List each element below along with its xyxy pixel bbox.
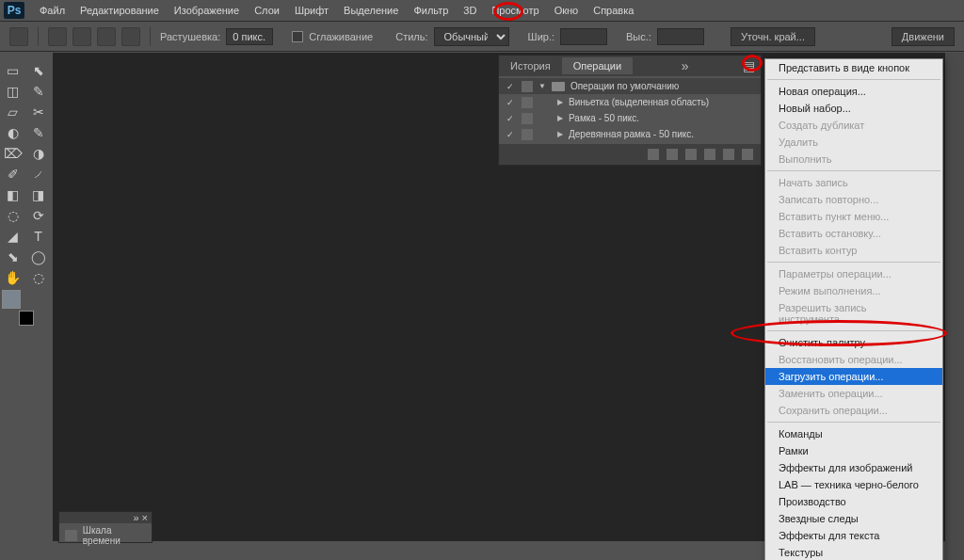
trash-icon[interactable] bbox=[742, 149, 753, 160]
record-icon[interactable] bbox=[667, 149, 678, 160]
disclosure-icon[interactable]: ▼ bbox=[538, 82, 546, 90]
tab-history[interactable]: История bbox=[499, 57, 562, 74]
menu-шрифт[interactable]: Шрифт bbox=[287, 2, 336, 19]
menu-выделение[interactable]: Выделение bbox=[336, 2, 406, 19]
tool-icon[interactable]: ◧ bbox=[0, 184, 25, 205]
ctx-item: Разрешить запись инструмента bbox=[765, 299, 942, 328]
tool-preset-icon[interactable] bbox=[9, 27, 28, 46]
play-icon[interactable] bbox=[685, 149, 697, 160]
tool-icon[interactable]: ◑ bbox=[25, 143, 51, 164]
style-select[interactable]: Обычный bbox=[434, 27, 509, 46]
selection-new-icon[interactable] bbox=[48, 27, 67, 46]
panel-menu-icon[interactable]: ▤ bbox=[737, 58, 761, 73]
tool-icon[interactable]: ◨ bbox=[25, 184, 51, 205]
new-action-icon[interactable] bbox=[723, 149, 734, 160]
ctx-item[interactable]: Эффекты для изображений bbox=[765, 459, 942, 476]
feather-input[interactable] bbox=[226, 28, 273, 45]
selection-add-icon[interactable] bbox=[72, 27, 91, 46]
tool-icon[interactable]: ✋ bbox=[0, 267, 25, 288]
selection-subtract-icon[interactable] bbox=[97, 27, 116, 46]
action-label[interactable]: Рамка - 50 пикс. bbox=[569, 113, 639, 123]
ctx-item[interactable]: Производство bbox=[765, 493, 942, 510]
menu-файл[interactable]: Файл bbox=[32, 2, 72, 19]
refine-edge-button[interactable]: Уточн. край... bbox=[731, 27, 815, 46]
ctx-item[interactable]: Очистить палитру bbox=[765, 334, 942, 351]
ctx-item: Заменить операции... bbox=[765, 385, 942, 402]
ctx-item[interactable]: Новый набор... bbox=[765, 100, 942, 117]
antialias-checkbox[interactable] bbox=[292, 31, 303, 42]
dialog-icon[interactable] bbox=[522, 129, 533, 140]
panel-tab-bar: История Операции » ▤ bbox=[499, 56, 761, 76]
menu-окно[interactable]: Окно bbox=[547, 2, 586, 19]
menu-слои[interactable]: Слои bbox=[247, 2, 287, 19]
actions-flyout-menu: Представить в виде кнопокНовая операция.… bbox=[764, 58, 943, 560]
chevrons-icon[interactable]: » × bbox=[133, 512, 148, 523]
stop-icon[interactable] bbox=[648, 149, 659, 160]
ctx-item: Восстановить операции... bbox=[765, 351, 942, 368]
check-icon[interactable]: ✓ bbox=[505, 81, 516, 92]
tool-icon[interactable]: ⟳ bbox=[25, 205, 51, 226]
antialias-label: Сглаживание bbox=[309, 31, 373, 42]
tool-icon[interactable]: ◐ bbox=[0, 122, 25, 143]
ctx-item: Удалить bbox=[765, 134, 942, 151]
ctx-item[interactable]: Текстуры bbox=[765, 544, 942, 560]
tool-icon[interactable]: ✎ bbox=[25, 122, 51, 143]
menu-фильтр[interactable]: Фильтр bbox=[406, 2, 456, 19]
tool-icon[interactable]: ◫ bbox=[0, 81, 25, 102]
disclosure-icon[interactable]: ▶ bbox=[557, 98, 563, 106]
tool-icon[interactable]: ⌦ bbox=[0, 143, 25, 164]
ctx-item[interactable]: Звездные следы bbox=[765, 510, 942, 527]
action-set-label[interactable]: Операции по умолчанию bbox=[570, 81, 679, 91]
tool-icon[interactable]: ⬊ bbox=[0, 247, 25, 267]
tool-icon[interactable]: ✂ bbox=[25, 102, 51, 122]
tool-icon[interactable]: ◌ bbox=[25, 267, 51, 288]
action-label[interactable]: Виньетка (выделенная область) bbox=[569, 97, 709, 107]
tool-icon[interactable]: ◢ bbox=[0, 226, 25, 247]
foreground-swatch[interactable] bbox=[2, 290, 21, 309]
tool-icon[interactable]: ◌ bbox=[0, 205, 25, 226]
tool-icon[interactable]: ✎ bbox=[25, 81, 51, 102]
menu-редактирование[interactable]: Редактирование bbox=[72, 2, 167, 19]
tool-icon[interactable]: ◯ bbox=[25, 247, 51, 267]
menu-3d[interactable]: 3D bbox=[456, 2, 484, 19]
tool-icon[interactable]: T bbox=[25, 226, 51, 247]
actions-panel: История Операции » ▤ ✓▼Операции по умолч… bbox=[498, 55, 762, 166]
tool-icon[interactable]: ✐ bbox=[0, 164, 25, 184]
ctx-item: Записать повторно... bbox=[765, 191, 942, 208]
new-set-icon[interactable] bbox=[704, 149, 715, 160]
right-panel-strip[interactable] bbox=[945, 53, 964, 560]
dialog-icon[interactable] bbox=[522, 97, 533, 108]
ctx-item[interactable]: Представить в виде кнопок bbox=[765, 59, 942, 76]
disclosure-icon[interactable]: ▶ bbox=[557, 114, 563, 122]
panel-arrows-icon[interactable]: » bbox=[676, 58, 695, 73]
dialog-icon[interactable] bbox=[522, 81, 533, 92]
motion-button[interactable]: Движени bbox=[892, 27, 955, 46]
ctx-item[interactable]: Новая операция... bbox=[765, 83, 942, 100]
ctx-item[interactable]: Эффекты для текста bbox=[765, 527, 942, 544]
ctx-item: Создать дубликат bbox=[765, 117, 942, 134]
selection-intersect-icon[interactable] bbox=[121, 27, 140, 46]
check-icon[interactable]: ✓ bbox=[505, 113, 516, 124]
ctx-item: Режим выполнения... bbox=[765, 282, 942, 299]
tool-icon[interactable]: ⬉ bbox=[25, 60, 51, 81]
tool-icon[interactable]: ▱ bbox=[0, 102, 25, 122]
menu-просмотр[interactable]: Просмотр bbox=[484, 2, 546, 19]
ctx-item: Вставить остановку... bbox=[765, 225, 942, 242]
menu-изображение[interactable]: Изображение bbox=[167, 2, 247, 19]
background-swatch[interactable] bbox=[19, 311, 34, 326]
action-label[interactable]: Деревянная рамка - 50 пикс. bbox=[569, 129, 694, 139]
width-label: Шир.: bbox=[528, 31, 554, 42]
ctx-item[interactable]: LAB — техника черно-белого bbox=[765, 476, 942, 493]
ctx-item[interactable]: Команды bbox=[765, 425, 942, 442]
tab-actions[interactable]: Операции bbox=[562, 57, 633, 74]
disclosure-icon[interactable]: ▶ bbox=[557, 130, 563, 138]
check-icon[interactable]: ✓ bbox=[505, 97, 516, 108]
menu-справка[interactable]: Справка bbox=[586, 2, 641, 19]
check-icon[interactable]: ✓ bbox=[505, 129, 516, 140]
tool-icon[interactable]: ▭ bbox=[0, 60, 25, 81]
dialog-icon[interactable] bbox=[522, 113, 533, 124]
timeline-panel[interactable]: » × Шкала времени bbox=[58, 511, 153, 543]
tool-icon[interactable]: ⟋ bbox=[25, 164, 51, 184]
ctx-item[interactable]: Рамки bbox=[765, 442, 942, 459]
ctx-item[interactable]: Загрузить операции... bbox=[765, 368, 942, 385]
